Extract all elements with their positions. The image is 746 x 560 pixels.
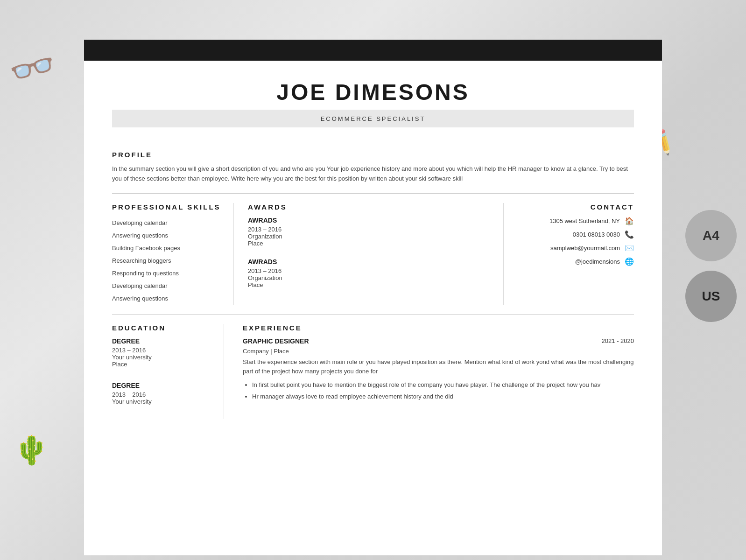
edu-date: 2013 – 2016 xyxy=(112,391,210,398)
award-place: Place xyxy=(248,240,489,247)
contact-address-text: 1305 west Sutherland, NY xyxy=(549,217,620,224)
edu-degree: DEGREE xyxy=(112,337,210,345)
skills-heading: PROFESSIONAL SKILLS xyxy=(112,203,224,211)
title-bar: ECOMMERCE SPECIALIST xyxy=(112,110,634,127)
profile-section: PROFILE In the summary section you will … xyxy=(112,151,634,184)
award-org: Organization xyxy=(248,274,489,281)
contact-website-row: @joedimensions 🌐 xyxy=(518,257,634,266)
skill-item: Developing calendar xyxy=(112,217,224,229)
skill-item: Building Facebook pages xyxy=(112,242,224,254)
skill-item: Responding to questions xyxy=(112,267,224,280)
skill-item: Researching bloggers xyxy=(112,254,224,267)
email-icon: ✉️ xyxy=(625,244,634,252)
award-date: 2013 – 2016 xyxy=(248,267,489,274)
phone-icon: 📞 xyxy=(625,230,634,239)
contact-email-row: samplweb@yourmail.com ✉️ xyxy=(518,244,634,252)
exp-bullet: Hr manager always love to read employee … xyxy=(252,392,634,402)
divider-2 xyxy=(112,314,634,315)
award-title: AWRADS xyxy=(248,258,489,266)
awards-heading: AWARDS xyxy=(248,203,489,211)
skill-item: Answering questions xyxy=(112,229,224,242)
exp-bullet: In first bullet point you have to mentio… xyxy=(252,380,634,390)
experience-heading: EXPERIENCE xyxy=(243,324,634,332)
contact-website-text: @joedimensions xyxy=(575,258,620,265)
edu-place: Place xyxy=(112,361,210,368)
contact-address-row: 1305 west Sutherland, NY 🏠 xyxy=(518,217,634,225)
contact-phone-text: 0301 08013 0030 xyxy=(573,231,620,238)
exp-bullets-list: In first bullet point you have to mentio… xyxy=(243,380,634,402)
award-title: AWRADS xyxy=(248,217,489,224)
exp-dates: 2021 - 2020 xyxy=(602,337,634,344)
education-entry: DEGREE 2013 – 2016 Your university xyxy=(112,382,210,405)
experience-column: EXPERIENCE GRAPHIC DESIGNER 2021 - 2020 … xyxy=(224,324,634,419)
exp-header: GRAPHIC DESIGNER 2021 - 2020 xyxy=(243,337,634,345)
resume-title: ECOMMERCE SPECIALIST xyxy=(321,115,426,122)
skill-item: Answering questions xyxy=(112,292,224,305)
exp-description: Start the experience section with main r… xyxy=(243,357,634,377)
award-entry: AWRADS 2013 – 2016 Organization Place xyxy=(248,258,489,288)
edu-university: Your university xyxy=(112,398,210,405)
award-org: Organization xyxy=(248,233,489,240)
three-column-section: PROFESSIONAL SKILLS Developing calendarA… xyxy=(112,203,634,305)
skills-column: PROFESSIONAL SKILLS Developing calendarA… xyxy=(112,203,233,305)
education-list: DEGREE 2013 – 2016 Your university Place… xyxy=(112,337,210,405)
a4-label: A4 xyxy=(703,228,719,243)
experience-entry: GRAPHIC DESIGNER 2021 - 2020 Company | P… xyxy=(243,337,634,402)
contact-column: CONTACT 1305 west Sutherland, NY 🏠 0301 … xyxy=(503,203,634,305)
resume-name: JOE DIMESONS xyxy=(112,79,634,105)
education-column: EDUCATION DEGREE 2013 – 2016 Your univer… xyxy=(112,324,224,419)
award-entry: AWRADS 2013 – 2016 Organization Place xyxy=(248,217,489,247)
contact-heading: CONTACT xyxy=(518,203,634,211)
two-column-section: EDUCATION DEGREE 2013 – 2016 Your univer… xyxy=(112,324,634,419)
education-heading: EDUCATION xyxy=(112,324,210,332)
skill-item: Developing calendar xyxy=(112,280,224,292)
education-entry: DEGREE 2013 – 2016 Your university Place xyxy=(112,337,210,368)
name-section: JOE DIMESONS ECOMMERCE SPECIALIST xyxy=(84,61,662,137)
awards-list: AWRADS 2013 – 2016 Organization Place AW… xyxy=(248,217,489,288)
edu-university: Your university xyxy=(112,354,210,361)
experience-list: GRAPHIC DESIGNER 2021 - 2020 Company | P… xyxy=(243,337,634,402)
home-icon: 🏠 xyxy=(625,217,634,225)
edu-date: 2013 – 2016 xyxy=(112,347,210,354)
us-label: US xyxy=(702,289,720,304)
resume-main-content: PROFILE In the summary section you will … xyxy=(84,137,662,433)
us-circle[interactable]: US xyxy=(685,271,737,322)
award-date: 2013 – 2016 xyxy=(248,226,489,233)
cactus-decoration: 🌵 xyxy=(14,434,49,467)
divider-1 xyxy=(112,193,634,194)
award-place: Place xyxy=(248,281,489,288)
exp-company: Company | Place xyxy=(243,348,634,355)
globe-icon: 🌐 xyxy=(625,257,634,266)
resume-paper: JOE DIMESONS ECOMMERCE SPECIALIST PROFIL… xyxy=(84,61,662,555)
a4-circle[interactable]: A4 xyxy=(685,210,737,261)
awards-column: AWARDS AWRADS 2013 – 2016 Organization P… xyxy=(233,203,503,305)
profile-text: In the summary section you will give a s… xyxy=(112,164,634,184)
contact-email-text: samplweb@yourmail.com xyxy=(550,245,620,252)
skills-list: Developing calendarAnswering questionsBu… xyxy=(112,217,224,305)
edu-degree: DEGREE xyxy=(112,382,210,389)
contact-phone-row: 0301 08013 0030 📞 xyxy=(518,230,634,239)
exp-job-title: GRAPHIC DESIGNER xyxy=(243,337,309,345)
profile-heading: PROFILE xyxy=(112,151,634,159)
